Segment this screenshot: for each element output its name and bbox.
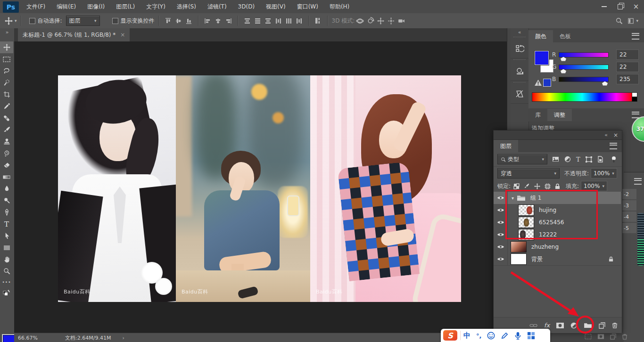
distribute-bottom-button[interactable] [263,16,273,26]
hidden-layer-row[interactable]: -5 [622,223,636,233]
layer-name[interactable]: 6525456 [539,219,564,226]
background-lock-icon[interactable] [609,256,613,262]
layer-style-fx-icon[interactable]: fx [544,322,550,329]
default-swap-colors[interactable] [0,287,13,297]
crop-tool[interactable] [0,89,13,100]
minimize-button[interactable] [596,0,612,13]
visibility-toggle[interactable] [494,253,508,265]
new-group-icon[interactable] [584,322,592,328]
layer-row-background[interactable]: 背景 [494,253,621,266]
eyedropper-tool[interactable] [0,100,13,112]
restore-button[interactable] [612,0,628,13]
channel-r-thumb[interactable] [561,57,566,61]
align-hcenter-button[interactable] [213,16,223,26]
align-vcenter-button[interactable] [173,16,184,26]
tab-swatches[interactable]: 色板 [553,30,578,42]
auto-select-checkbox[interactable] [29,18,35,24]
layer-thumbnail[interactable] [511,253,527,265]
channel-g-value[interactable]: 22 [616,62,639,72]
toolbar-expand-icon[interactable]: » [0,28,14,41]
3d-camera-button[interactable] [396,16,406,26]
channel-g-thumb[interactable] [561,69,566,73]
group-expand-chevron-icon[interactable]: ▾ [512,195,514,201]
lock-artboard-icon[interactable] [545,183,551,189]
history-brush-tool[interactable] [0,147,13,159]
healing-brush-tool[interactable] [0,112,13,124]
sogou-logo[interactable]: S [443,330,457,341]
channel-b-slider[interactable] [559,77,609,82]
edit-toolbar-button[interactable]: ••• [0,277,13,287]
menu-window[interactable]: 窗口(W) [291,0,324,13]
color-spectrum-ramp[interactable] [532,92,633,102]
tab-color[interactable]: 颜色 [528,30,553,42]
delete-layer-icon[interactable] [612,322,618,328]
path-selection-tool[interactable] [0,230,13,242]
lock-position-icon[interactable] [534,183,540,189]
layer-row-12222[interactable]: 12222 [494,228,621,241]
menu-filter[interactable]: 滤镜(T) [202,0,232,13]
visibility-toggle[interactable] [494,192,508,204]
distribute-right-button[interactable] [294,16,305,26]
info-panel-button[interactable] [511,84,528,104]
hidden-layer-row[interactable]: -3 [622,200,636,211]
layer-name[interactable]: hujing [539,207,556,213]
ime-emoji-button[interactable] [487,332,495,340]
align-bottom-button[interactable] [184,16,194,26]
ime-language-toggle[interactable]: 中 [463,331,471,340]
3d-slide-button[interactable] [386,16,396,26]
hand-tool[interactable] [0,253,13,265]
document-tab[interactable]: 未标题-1 @ 66.7% (组 1, RGB/8) * × [18,28,130,41]
rectangle-tool[interactable] [0,242,13,253]
filter-pixel-layers-icon[interactable] [552,156,559,162]
adjustments-panel-menu-icon[interactable] [632,112,639,118]
ime-punctuation-toggle[interactable]: °, [476,332,481,339]
layer-name[interactable]: 背景 [531,255,543,263]
layers-panel-menu-icon[interactable] [610,143,617,149]
menu-file[interactable]: 文件(F) [21,0,51,13]
gamut-warning-icon[interactable] [534,79,542,86]
ime-voice-button[interactable] [514,332,521,340]
search-button[interactable] [614,16,624,26]
3d-drag-button[interactable] [375,16,386,26]
layer-thumbnail[interactable] [518,217,534,228]
visibility-toggle[interactable] [494,216,508,228]
channel-r-slider[interactable] [559,52,609,57]
gradient-tool[interactable] [0,171,13,183]
color-panel-menu-icon[interactable] [632,33,639,40]
layer-filter-dropdown[interactable]: 类型 ▾ [497,154,547,164]
history-panel-button[interactable] [511,39,528,58]
layer-name[interactable]: 12222 [539,231,557,238]
layer-row-6525456[interactable]: 6525456 [494,216,621,229]
layer-row-zhuzheng[interactable]: zhuzheng [494,241,621,253]
menu-edit[interactable]: 编辑(E) [51,0,82,13]
marquee-tool[interactable] [0,53,13,65]
menu-view[interactable]: 视图(V) [260,0,291,13]
tab-layers[interactable]: 图层 [494,140,518,152]
filter-toggle-pin-icon[interactable] [611,156,616,163]
3d-roll-button[interactable] [365,16,375,26]
lock-all-icon[interactable] [555,183,560,189]
panel-collapse-icon[interactable]: « [604,132,608,138]
3d-rotate-button[interactable] [355,16,365,26]
channel-r-value[interactable]: 22 [616,49,639,60]
filter-smart-objects-icon[interactable] [597,156,603,163]
type-tool[interactable]: T [0,218,13,230]
menu-help[interactable]: 帮助(H) [324,0,355,13]
pen-tool[interactable] [0,206,13,218]
align-left-button[interactable] [203,16,213,26]
blur-tool[interactable] [0,183,13,195]
fill-field[interactable]: 100% ▾ [581,181,607,191]
hidden-layer-row[interactable]: -4 [622,212,636,222]
status-chevron-icon[interactable]: › [122,335,124,341]
canvas-area[interactable]: Baidu百科 Baidu百科 Baidu百科 [14,41,507,333]
channel-b-value[interactable]: 235 [616,74,639,84]
close-button[interactable]: × [628,0,644,13]
align-top-button[interactable] [163,16,173,26]
lock-transparency-icon[interactable] [513,183,520,189]
ime-toolbox-button[interactable] [527,332,535,340]
layer-thumbnail[interactable] [518,204,534,216]
distribute-vcenter-button[interactable] [253,16,263,26]
menu-select[interactable]: 选择(S) [171,0,202,13]
layer-row-group1[interactable]: ▾ 组 1 [494,192,621,204]
lasso-tool[interactable] [0,65,13,77]
